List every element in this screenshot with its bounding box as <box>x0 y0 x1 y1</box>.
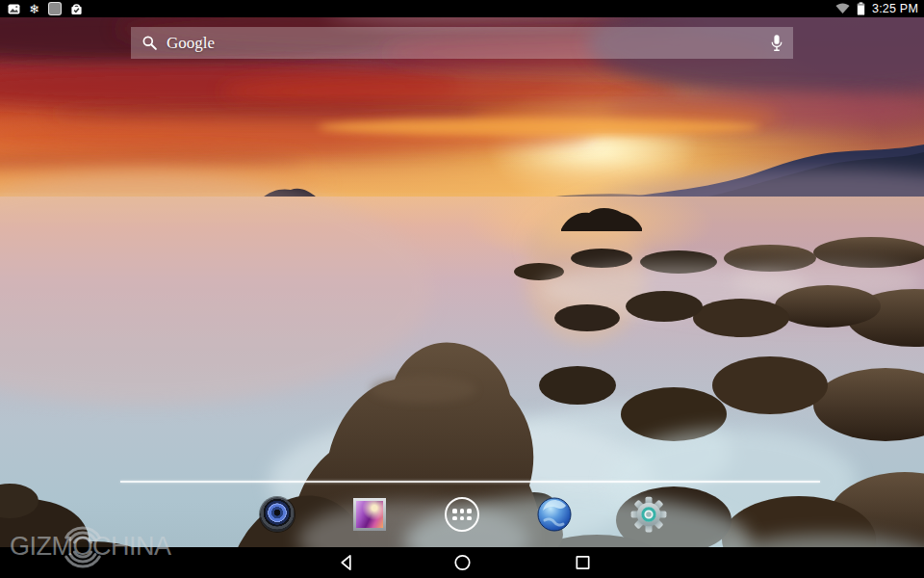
android-home-screen: ❄ 3: <box>0 0 924 578</box>
settings-icon[interactable] <box>629 494 669 539</box>
app-drawer-icon[interactable] <box>445 497 479 532</box>
microphone-icon[interactable] <box>770 34 783 52</box>
gallery-icon[interactable] <box>353 498 386 531</box>
recents-button[interactable] <box>574 554 592 572</box>
status-bar-right: 3:25 PM <box>835 2 924 15</box>
app-box-icon <box>48 2 62 15</box>
wifi-icon <box>835 3 850 14</box>
bag-check-icon <box>70 3 83 15</box>
dock-divider-line <box>120 481 820 483</box>
home-button[interactable] <box>453 554 472 572</box>
back-button[interactable] <box>338 554 356 572</box>
magnifier-icon <box>141 35 158 51</box>
google-search-bar[interactable]: Google <box>131 27 793 59</box>
sunset-seashore-wallpaper <box>0 0 924 578</box>
status-bar: ❄ 3: <box>0 0 924 17</box>
battery-icon <box>857 2 865 15</box>
google-logo: Google <box>167 34 215 53</box>
clock: 3:25 PM <box>872 2 918 15</box>
music-player-icon[interactable] <box>260 497 295 532</box>
screenshot-icon <box>8 4 20 14</box>
snowflake-icon: ❄ <box>29 3 39 15</box>
status-bar-left-icons: ❄ <box>0 2 83 15</box>
browser-icon[interactable] <box>537 497 572 536</box>
navigation-bar <box>0 547 924 578</box>
